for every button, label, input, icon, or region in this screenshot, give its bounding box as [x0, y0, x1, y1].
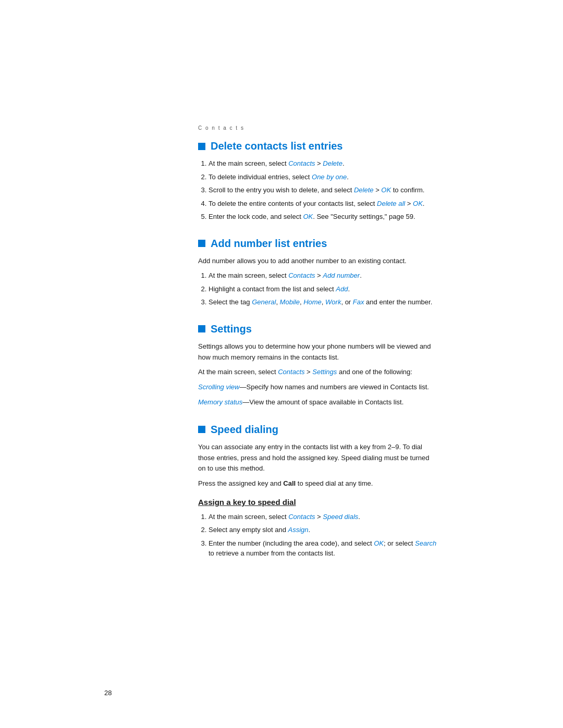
settings-link: Settings [312, 368, 337, 376]
speed-dialing-section: Speed dialing You can associate any entr… [198, 424, 438, 559]
settings-section-icon [198, 325, 205, 332]
section-label: C o n t a c t s [198, 125, 438, 131]
add-number-section-title: Add number list entries [211, 238, 327, 250]
ok-link-3: OK [303, 213, 313, 220]
one-by-one-link: One by one [312, 173, 347, 181]
content-area: C o n t a c t s Delete contacts list ent… [94, 0, 469, 616]
contacts-link-4: Contacts [288, 513, 315, 521]
add-number-steps-list: At the main screen, select Contacts > Ad… [209, 270, 438, 307]
add-number-section-icon [198, 240, 205, 247]
home-link: Home [303, 298, 322, 306]
list-item: Enter the number (including the area cod… [209, 538, 438, 559]
speed-dials-link: Speed dials [323, 513, 358, 521]
add-number-section: Add number list entries Add number allow… [198, 238, 438, 307]
assign-link: Assign [288, 526, 308, 534]
list-item: At the main screen, select Contacts > Sp… [209, 512, 438, 522]
page: C o n t a c t s Delete contacts list ent… [0, 0, 563, 728]
delete-steps-list: At the main screen, select Contacts > De… [209, 158, 438, 222]
delete-section: Delete contacts list entries At the main… [198, 140, 438, 222]
list-item: Select any empty slot and Assign. [209, 525, 438, 535]
settings-section-heading: Settings [198, 323, 438, 335]
speed-dialing-section-title: Speed dialing [211, 424, 278, 436]
ok-link-4: OK [374, 539, 384, 547]
list-item: Select the tag General, Mobile, Home, Wo… [209, 297, 438, 307]
page-number: 28 [104, 689, 112, 697]
ok-link-1: OK [381, 186, 391, 194]
add-number-section-heading: Add number list entries [198, 238, 438, 250]
settings-memory-status: Memory status—View the amount of space a… [198, 397, 438, 408]
speed-dialing-section-icon [198, 426, 205, 433]
settings-para2: At the main screen, select Contacts > Se… [198, 367, 438, 378]
delete-link: Delete [323, 159, 342, 167]
add-link: Add [336, 285, 348, 293]
fax-link: Fax [353, 298, 364, 306]
delete-section-heading: Delete contacts list entries [198, 140, 438, 152]
list-item: At the main screen, select Contacts > Ad… [209, 270, 438, 281]
general-link: General [252, 298, 276, 306]
contacts-link-3: Contacts [278, 368, 304, 376]
list-item: Enter the lock code, and select OK. See … [209, 212, 438, 222]
contacts-link-2: Contacts [288, 272, 315, 279]
list-item: At the main screen, select Contacts > De… [209, 158, 438, 169]
scrolling-view-link: Scrolling view [198, 383, 239, 391]
assign-key-steps-list: At the main screen, select Contacts > Sp… [209, 512, 438, 559]
delete-section-title: Delete contacts list entries [211, 140, 342, 152]
list-item: Highlight a contact from the list and se… [209, 284, 438, 294]
work-link: Work [325, 298, 341, 306]
add-number-intro: Add number allows you to add another num… [198, 256, 438, 267]
list-item: To delete the entire contents of your co… [209, 199, 438, 209]
list-item: To delete individual entries, select One… [209, 172, 438, 182]
memory-status-link: Memory status [198, 398, 242, 406]
delete-link-2: Delete [354, 186, 374, 194]
settings-scrolling-view: Scrolling view—Specify how names and num… [198, 382, 438, 393]
assign-key-heading: Assign a key to speed dial [198, 498, 438, 507]
contacts-link-1: Contacts [288, 159, 315, 167]
list-item: Scroll to the entry you wish to delete, … [209, 185, 438, 195]
assign-key-subsection: Assign a key to speed dial At the main s… [198, 498, 438, 559]
call-bold: Call [283, 479, 296, 487]
add-number-link: Add number [323, 272, 360, 279]
settings-section: Settings Settings allows you to determin… [198, 323, 438, 408]
delete-section-icon [198, 143, 205, 150]
search-link: Search [415, 539, 436, 547]
delete-all-link: Delete all [377, 200, 405, 207]
speed-dialing-para2: Press the assigned key and Call to speed… [198, 478, 438, 489]
speed-dialing-para1: You can associate any entry in the conta… [198, 442, 438, 474]
mobile-link: Mobile [280, 298, 300, 306]
settings-para1: Settings allows you to determine how you… [198, 341, 438, 363]
settings-section-title: Settings [211, 323, 252, 335]
ok-link-2: OK [413, 200, 423, 207]
speed-dialing-section-heading: Speed dialing [198, 424, 438, 436]
